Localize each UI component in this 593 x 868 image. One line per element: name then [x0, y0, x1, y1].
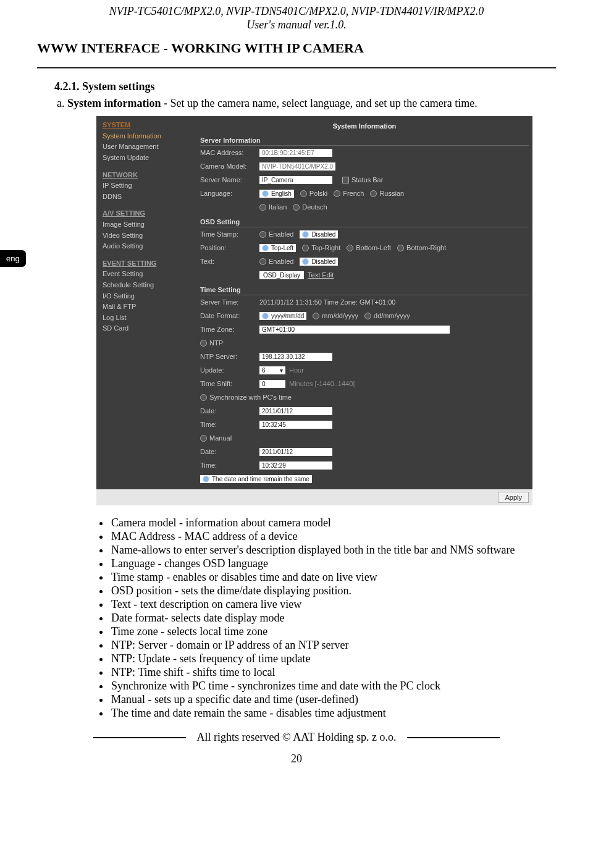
list-item: NTP: Update - sets frequency of time upd…	[110, 652, 556, 665]
nav-group-av[interactable]: A/V SETTING	[103, 208, 195, 219]
nav-user-management[interactable]: User Management	[103, 141, 195, 153]
manual-time-label: Time:	[200, 461, 259, 469]
manual-date-label: Date:	[200, 448, 259, 455]
subsection-item: a. System information - Set up the camer…	[57, 97, 556, 110]
server-info-heading: Server Information	[200, 135, 529, 146]
same-time-radio[interactable]: The date and time remain the same	[200, 475, 312, 483]
text-edit-link[interactable]: Text Edit	[308, 271, 334, 279]
text-label: Text:	[200, 258, 259, 265]
nav-log-list[interactable]: Log List	[103, 313, 195, 324]
text-enabled[interactable]: Enabled	[259, 258, 293, 265]
datefmt-mdy[interactable]: mm/dd/yyyy	[313, 312, 358, 319]
language-label: Language:	[200, 190, 259, 197]
lang-french[interactable]: French	[334, 190, 364, 197]
nav-ip-setting[interactable]: IP Setting	[103, 180, 195, 192]
list-item: Language - changes OSD language	[110, 557, 556, 570]
nav-event-setting[interactable]: Event Setting	[103, 269, 195, 280]
manual-date-input[interactable]: 2011/01/12	[259, 448, 332, 456]
list-item: Name-allows to enter server's descriptio…	[110, 544, 556, 557]
ntp-radio[interactable]: NTP:	[200, 339, 225, 347]
lang-russian[interactable]: Russian	[370, 190, 404, 197]
list-item: OSD position - sets the dime/date displa…	[110, 584, 556, 597]
list-item: MAC Address - MAC address of a device	[110, 530, 556, 543]
sync-pc-radio[interactable]: Synchronize with PC's time	[200, 394, 292, 401]
item-rest: Set up the camera name, select language,…	[170, 97, 477, 109]
timestamp-label: Time Stamp:	[200, 230, 259, 238]
time-shift-input[interactable]: 0	[259, 380, 285, 388]
nav-image-setting[interactable]: Image Setting	[103, 219, 195, 230]
osd-heading: OSD Setting	[200, 216, 529, 227]
lang-deutsch[interactable]: Deutsch	[293, 203, 327, 211]
header-manual: User's manual ver.1.0.	[37, 19, 556, 32]
divider	[37, 67, 556, 69]
mac-label: MAC Address:	[200, 149, 259, 156]
timezone-select[interactable]: GMT+01:00	[259, 326, 450, 334]
model-value: NVIP-TDN5401C/MPX2.0	[259, 162, 335, 171]
datefmt-dmy[interactable]: dd/mm/yyyy	[364, 312, 410, 319]
list-item: Time stamp - enables or disables time an…	[110, 571, 556, 584]
timestamp-enabled[interactable]: Enabled	[259, 230, 293, 238]
status-bar-checkbox[interactable]: Status Bar	[342, 176, 383, 183]
timestamp-disabled[interactable]: Disabled	[300, 230, 338, 238]
nav-system-information[interactable]: System Information	[103, 131, 195, 142]
ntp-server-input[interactable]: 198.123.30.132	[259, 353, 332, 361]
list-item: Synchronize with PC time - synchronizes …	[110, 680, 556, 693]
datefmt-ymd[interactable]: yyyy/mm/dd	[259, 312, 306, 320]
nav-io-setting[interactable]: I/O Setting	[103, 291, 195, 302]
model-label: Camera Model:	[200, 162, 259, 170]
update-select[interactable]: 6▾	[259, 366, 285, 374]
list-item: Date format- selects date display mode	[110, 612, 556, 625]
list-item: NTP: Time shift - shifts time to local	[110, 666, 556, 679]
list-item: Manual - sets up a specific date and tim…	[110, 693, 556, 706]
manual-radio[interactable]: Manual	[200, 434, 232, 442]
time-shift-label: Time Shift:	[200, 380, 259, 387]
osd-display-input[interactable]: OSD_Display	[259, 271, 304, 279]
ntp-server-label: NTP Server:	[200, 353, 259, 360]
lang-english[interactable]: English	[259, 190, 294, 198]
pos-top-left[interactable]: Top-Left	[259, 244, 296, 252]
subsection-heading: 4.2.1. System settings	[54, 80, 556, 93]
position-label: Position:	[200, 244, 259, 251]
nav-schedule-setting[interactable]: Schedule Setting	[103, 280, 195, 291]
sync-date-input[interactable]: 2011/01/12	[259, 407, 332, 415]
lang-polski[interactable]: Polski	[300, 190, 327, 197]
list-item: Text - text description on camera live v…	[110, 598, 556, 611]
description-list: Camera model - information about camera …	[85, 516, 556, 720]
list-item: Time zone - selects local time zone	[110, 625, 556, 638]
item-letter: a.	[57, 97, 65, 109]
panel-footer: Apply	[96, 489, 532, 505]
sync-date-label: Date:	[200, 407, 259, 415]
list-item: Camera model - information about camera …	[110, 516, 556, 529]
apply-button[interactable]: Apply	[498, 492, 529, 503]
nav-video-setting[interactable]: Video Setting	[103, 230, 195, 242]
footer-bar-left	[93, 737, 186, 738]
sync-time-input[interactable]: 10:32:45	[259, 421, 332, 429]
nav-system-update[interactable]: System Update	[103, 153, 195, 164]
pos-bottom-right[interactable]: Bottom-Right	[397, 244, 446, 251]
nav-audio-setting[interactable]: Audio Setting	[103, 241, 195, 252]
server-name-label: Server Name:	[200, 176, 259, 183]
pos-bottom-left[interactable]: Bottom-Left	[347, 244, 391, 251]
nav-group-event[interactable]: EVENT SETTING	[103, 258, 195, 269]
manual-time-input[interactable]: 10:32:29	[259, 461, 332, 470]
list-item: NTP: Server - domain or IP address of an…	[110, 639, 556, 652]
lang-italian[interactable]: Italian	[259, 203, 287, 211]
sidebar: SYSTEM System Information User Managemen…	[96, 116, 200, 489]
update-unit: Hour	[289, 366, 304, 374]
panel-title: System Information	[200, 116, 529, 132]
nav-group-network[interactable]: NETWORK	[103, 170, 195, 181]
nav-mail-ftp[interactable]: Mail & FTP	[103, 301, 195, 313]
nav-group-system[interactable]: SYSTEM	[103, 120, 195, 131]
pos-top-right[interactable]: Top-Right	[302, 244, 340, 251]
server-name-input[interactable]: IP_Camera	[259, 176, 332, 184]
header-models: NVIP-TC5401C/MPX2.0, NVIP-TDN5401C/MPX2.…	[37, 5, 556, 19]
text-disabled[interactable]: Disabled	[300, 258, 338, 266]
footer-bar-right	[407, 737, 500, 738]
system-information-screenshot: SYSTEM System Information User Managemen…	[96, 116, 532, 505]
footer-copyright: All rights reserved © AAT Holding sp. z …	[197, 731, 397, 744]
timezone-label: Time Zone:	[200, 326, 259, 333]
nav-sd-card[interactable]: SD Card	[103, 323, 195, 334]
list-item: The time and date remain the same - disa…	[110, 707, 556, 720]
nav-ddns[interactable]: DDNS	[103, 192, 195, 203]
server-time-label: Server Time:	[200, 298, 259, 306]
